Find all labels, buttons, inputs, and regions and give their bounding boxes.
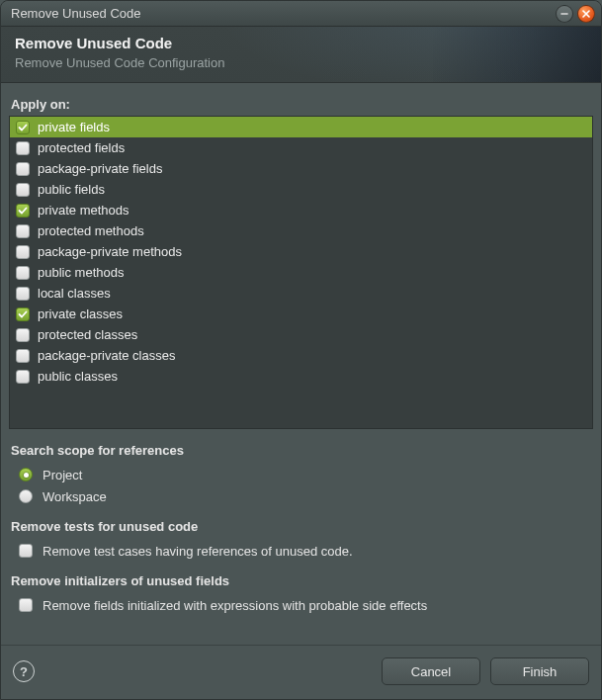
apply-on-item-label: protected fields xyxy=(38,140,125,155)
checkbox-icon[interactable] xyxy=(19,598,33,612)
apply-on-item-label: package-private classes xyxy=(38,348,175,363)
scope-option[interactable]: Workspace xyxy=(9,485,593,507)
remove-tests-option[interactable]: Remove test cases having references of u… xyxy=(9,540,593,562)
radio-icon[interactable] xyxy=(19,468,33,481)
apply-on-item[interactable]: public methods xyxy=(10,262,592,283)
window-title: Remove Unused Code xyxy=(11,6,552,21)
apply-on-item[interactable]: private classes xyxy=(10,304,592,324)
checkbox-icon[interactable] xyxy=(16,370,30,384)
checkbox-icon[interactable] xyxy=(16,224,30,238)
finish-button[interactable]: Finish xyxy=(490,657,589,685)
checkbox-icon[interactable] xyxy=(16,183,30,197)
checkbox-icon[interactable] xyxy=(16,204,30,218)
checkbox-icon[interactable] xyxy=(16,141,30,155)
dialog-content: Apply on: private fieldsprotected fields… xyxy=(1,83,601,645)
dialog-window: Remove Unused Code Remove Unused Code Re… xyxy=(0,0,602,700)
apply-on-list: private fieldsprotected fieldspackage-pr… xyxy=(9,116,593,429)
apply-on-item-label: private methods xyxy=(38,203,129,218)
remove-init-option-label: Remove fields initialized with expressio… xyxy=(43,598,427,613)
apply-on-item[interactable]: public classes xyxy=(10,366,592,387)
apply-on-item-label: local classes xyxy=(38,286,111,301)
checkbox-icon[interactable] xyxy=(16,287,30,301)
cancel-button[interactable]: Cancel xyxy=(382,657,480,685)
apply-on-item[interactable]: private fields xyxy=(10,117,592,137)
apply-on-item-label: private fields xyxy=(38,120,110,134)
apply-on-item-label: private classes xyxy=(38,306,123,321)
apply-on-item[interactable]: private methods xyxy=(10,200,592,220)
minimize-icon[interactable] xyxy=(556,5,573,23)
checkbox-icon[interactable] xyxy=(16,121,30,134)
checkbox-icon[interactable] xyxy=(16,328,30,342)
scope-label: Search scope for references xyxy=(11,443,593,458)
dialog-footer: ? Cancel Finish xyxy=(1,645,601,699)
apply-on-item[interactable]: package-private methods xyxy=(10,241,592,262)
remove-init-option[interactable]: Remove fields initialized with expressio… xyxy=(9,594,593,616)
radio-icon[interactable] xyxy=(19,489,33,503)
apply-on-item[interactable]: protected fields xyxy=(10,137,592,158)
apply-on-label: Apply on: xyxy=(11,97,593,112)
scope-option-label: Project xyxy=(43,468,82,482)
apply-on-item-label: protected methods xyxy=(38,223,144,238)
apply-on-item-label: protected classes xyxy=(38,327,137,342)
scope-group: ProjectWorkspace xyxy=(9,464,593,507)
checkbox-icon[interactable] xyxy=(16,349,30,363)
apply-on-item[interactable]: package-private classes xyxy=(10,345,592,366)
apply-on-item[interactable]: package-private fields xyxy=(10,158,592,179)
apply-on-item[interactable]: protected classes xyxy=(10,324,592,345)
banner-title: Remove Unused Code xyxy=(15,35,587,51)
apply-on-item[interactable]: public fields xyxy=(10,179,592,200)
banner-subtitle: Remove Unused Code Configuration xyxy=(15,55,587,70)
checkbox-icon[interactable] xyxy=(16,307,30,321)
apply-on-item[interactable]: protected methods xyxy=(10,220,592,241)
apply-on-item-label: package-private fields xyxy=(38,161,162,176)
apply-on-item-label: public fields xyxy=(38,182,105,197)
apply-on-item-label: package-private methods xyxy=(38,244,182,259)
dialog-banner: Remove Unused Code Remove Unused Code Co… xyxy=(1,27,601,83)
apply-on-item-label: public methods xyxy=(38,265,124,280)
scope-option-label: Workspace xyxy=(43,489,107,504)
checkbox-icon[interactable] xyxy=(19,544,33,558)
checkbox-icon[interactable] xyxy=(16,266,30,280)
apply-on-item-label: public classes xyxy=(38,369,118,384)
close-icon[interactable] xyxy=(577,5,595,23)
remove-tests-label: Remove tests for unused code xyxy=(11,519,593,534)
checkbox-icon[interactable] xyxy=(16,162,30,176)
scope-option[interactable]: Project xyxy=(9,464,593,485)
help-button[interactable]: ? xyxy=(13,660,35,682)
remove-tests-option-label: Remove test cases having references of u… xyxy=(43,544,353,559)
apply-on-item[interactable]: local classes xyxy=(10,283,592,304)
remove-init-label: Remove initializers of unused fields xyxy=(11,573,593,588)
titlebar[interactable]: Remove Unused Code xyxy=(1,1,601,27)
checkbox-icon[interactable] xyxy=(16,245,30,259)
